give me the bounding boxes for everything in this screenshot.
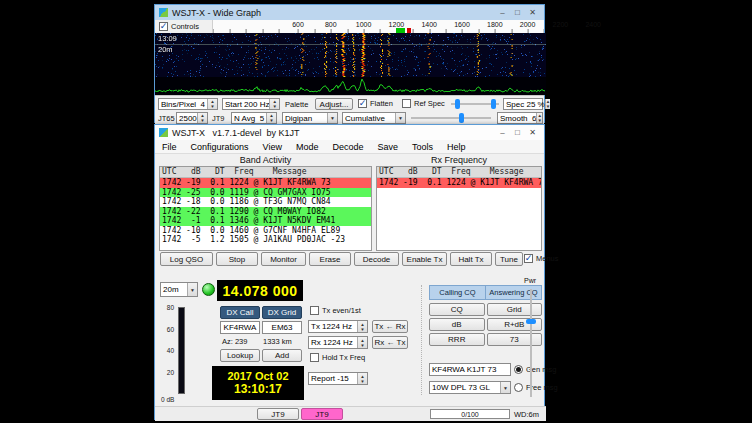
palette-combo[interactable]: Digipan ▼ (282, 112, 338, 124)
maximize-icon[interactable]: □ (510, 126, 525, 139)
stop-button[interactable]: Stop (216, 252, 258, 266)
n-avg-value: N Avg 5 (234, 114, 264, 123)
spectrum-gain-handle[interactable] (459, 113, 464, 123)
smooth-spinner[interactable]: Smooth 6 ▲▼ (497, 112, 543, 124)
checkbox-box: ✓ (159, 22, 168, 31)
free-msg-combo[interactable]: 10W DPL 73 GL ▼ (429, 381, 511, 394)
spin-down-icon[interactable]: ▼ (273, 104, 277, 109)
scale-label: 1000 (356, 21, 372, 28)
dropdown-arrow-icon: ▼ (395, 113, 405, 123)
menu-view[interactable]: View (256, 142, 289, 152)
decode-row[interactable]: 1742 -25 0.0 1119 @ CQ GM7GAX IO75 (160, 188, 371, 198)
menu-tools[interactable]: Tools (405, 142, 440, 152)
close-icon[interactable]: ✕ (525, 126, 540, 139)
decode-row[interactable]: 1742 -19 0.1 1224 @ K1JT KF4RWA 73 (377, 178, 541, 188)
monitor-button[interactable]: Monitor (261, 252, 306, 266)
decode-row[interactable]: 1742 -19 0.1 1224 @ K1JT KF4RWA 73 (160, 178, 371, 188)
dx-call-input[interactable]: KF4RWA (220, 321, 260, 334)
spin-down-icon[interactable]: ▼ (200, 118, 204, 123)
menu-file[interactable]: File (155, 142, 184, 152)
tx-mode-badge[interactable]: JT9 (301, 408, 343, 420)
tab-calling-cq[interactable]: Calling CQ (430, 286, 485, 299)
menus-checkbox[interactable]: ✓ Menus (524, 254, 559, 263)
hold-tx-freq-checkbox[interactable]: Hold Tx Freq (310, 353, 365, 362)
minimize-icon[interactable]: – (495, 6, 510, 19)
zero-slider-handle[interactable] (491, 99, 496, 109)
spin-down-icon[interactable]: ▼ (210, 104, 214, 109)
tx-from-rx-button[interactable]: Tx ← Rx (372, 320, 408, 333)
controls-checkbox[interactable]: ✓ Controls (159, 22, 199, 31)
spectrum-gain-slider[interactable] (411, 112, 491, 124)
tx-frequency-spinner[interactable]: Tx 1224 Hz ▲▼ (308, 320, 368, 333)
spin-down-icon[interactable]: ▼ (538, 118, 542, 123)
start-frequency-spinner[interactable]: Start 200 Hz ▲▼ (222, 98, 280, 110)
menu-configurations[interactable]: Configurations (184, 142, 256, 152)
mode-button[interactable]: JT9 (257, 408, 299, 420)
flatten-checkbox[interactable]: ✓ Flatten (358, 99, 393, 108)
minimize-icon[interactable]: – (495, 126, 510, 139)
decode-row[interactable]: 1742 -1 0.1 1346 @ K1JT N5KDV EM41 (160, 216, 371, 226)
log-qso-button[interactable]: Log QSO (160, 252, 213, 266)
pwr-slider[interactable]: Pwr (521, 277, 543, 403)
band-activity-panel: Band Activity UTC dB DT Freq Message 174… (159, 155, 372, 251)
msg-db-button[interactable]: dB (429, 318, 485, 331)
band-activity-list[interactable]: 1742 -19 0.1 1224 @ K1JT KF4RWA 731742 -… (160, 178, 371, 245)
maximize-icon[interactable]: □ (510, 6, 525, 19)
dx-grid-input[interactable]: EM63 (262, 321, 302, 334)
add-button[interactable]: Add (262, 349, 302, 362)
spectrum-display[interactable] (155, 77, 546, 95)
panel-splitter[interactable] (421, 285, 422, 395)
spin-down-icon[interactable]: ▼ (360, 327, 364, 332)
check-icon: ✓ (359, 99, 367, 107)
start-frequency-value: Start 200 Hz (225, 100, 269, 109)
band-combo[interactable]: 20m ▼ (160, 282, 198, 297)
msg-cq-button[interactable]: CQ (429, 303, 485, 316)
waterfall[interactable] (155, 33, 546, 77)
spectrum-mode-value: Cumulative (345, 114, 385, 123)
msg-rrr-button[interactable]: RRR (429, 333, 485, 346)
report-spinner[interactable]: Report -15 ▲▼ (308, 372, 368, 385)
spec-percent-spinner[interactable]: Spec 25 % ▲▼ (503, 98, 543, 110)
decode-row[interactable]: 1742 -22 0.1 1290 @ CQ M0WAY IO82 (160, 207, 371, 217)
spinner-arrows: ▲▼ (357, 321, 367, 332)
bins-per-pixel-spinner[interactable]: Bins/Pixel 4 ▲▼ (158, 98, 218, 110)
spectrum-mode-combo[interactable]: Cumulative ▼ (342, 112, 406, 124)
rx-from-tx-button[interactable]: Rx ← Tx (372, 336, 408, 349)
checkbox-box: ✓ (524, 254, 533, 263)
utc-time: 13:10:17 (234, 383, 282, 396)
halt-tx-button[interactable]: Halt Tx (450, 252, 492, 266)
n-avg-spinner[interactable]: N Avg 5 ▲▼ (231, 112, 277, 124)
spin-down-icon[interactable]: ▼ (360, 379, 364, 384)
menu-save[interactable]: Save (370, 142, 405, 152)
decode-button[interactable]: Decode (354, 252, 399, 266)
tune-button[interactable]: Tune (495, 252, 523, 266)
menu-decode[interactable]: Decode (325, 142, 370, 152)
erase-button[interactable]: Erase (309, 252, 351, 266)
gain-slider-handle[interactable] (455, 99, 460, 109)
rx-frequency-list[interactable]: 1742 -19 0.1 1224 @ K1JT KF4RWA 73 (377, 178, 541, 188)
ref-spec-checkbox[interactable]: Ref Spec (402, 99, 445, 108)
frequency-ruler[interactable]: 60080010001200140016001800200022002400 (212, 20, 544, 33)
gen-msg-input[interactable]: KF4RWA K1JT 73 (429, 363, 511, 376)
spin-down-icon[interactable]: ▼ (269, 118, 273, 123)
spin-down-icon[interactable]: ▼ (546, 104, 550, 109)
spinner-arrows: ▲▼ (357, 373, 367, 384)
waterfall-gain-zero-sliders[interactable] (451, 98, 499, 110)
spin-down-icon[interactable]: ▼ (360, 343, 364, 348)
band-activity-title: Band Activity (159, 155, 372, 166)
pwr-slider-handle[interactable] (526, 319, 536, 324)
decode-row[interactable]: 1742 -5 1.2 1505 @ JA1KAU PD0JAC -23 (160, 235, 371, 245)
tx-even-checkbox[interactable]: Tx even/1st (310, 306, 361, 315)
decode-row[interactable]: 1742 -10 0.0 1460 @ G7CNF N4HFA EL89 (160, 226, 371, 236)
adjust-palette-button[interactable]: Adjust... (315, 98, 353, 110)
wide-graph-titlebar[interactable]: WSJT-X - Wide Graph – □ ✕ (155, 5, 544, 20)
enable-tx-button[interactable]: Enable Tx (402, 252, 447, 266)
jt65-jt9-split-spinner[interactable]: 2500 ▲▼ (176, 112, 208, 124)
lookup-button[interactable]: Lookup (220, 349, 260, 362)
rx-frequency-spinner[interactable]: Rx 1224 Hz ▲▼ (308, 336, 368, 349)
menu-help[interactable]: Help (440, 142, 473, 152)
close-icon[interactable]: ✕ (525, 6, 540, 19)
decode-row[interactable]: 1742 -18 0.0 1186 @ TF3G N7MQ CN84 (160, 197, 371, 207)
menu-mode[interactable]: Mode (289, 142, 326, 152)
main-titlebar[interactable]: WSJT-X v1.7.1-devel by K1JT – □ ✕ (155, 125, 544, 141)
